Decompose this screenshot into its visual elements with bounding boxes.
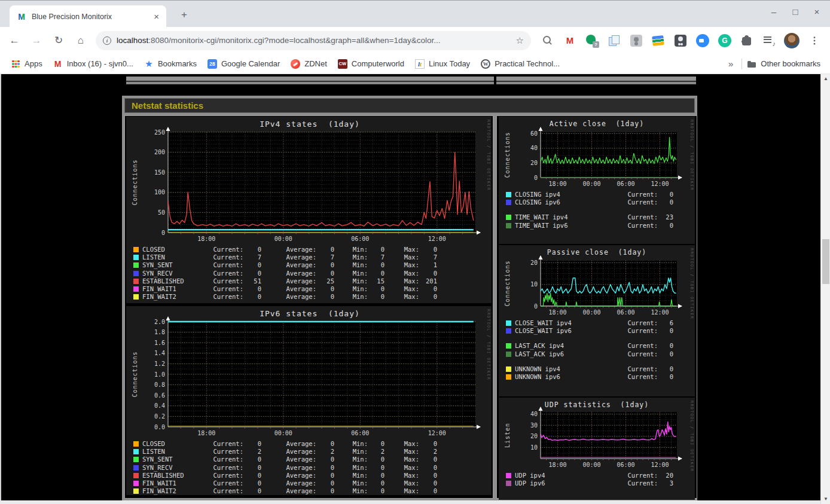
bookmark-item-calendar[interactable]: 28Google Calendar [208, 59, 280, 69]
home-button[interactable]: ⌂ [73, 35, 89, 47]
legend-key: Current: [208, 246, 243, 253]
bookmark-label: Apps [25, 59, 42, 68]
legend-value: 0 [368, 487, 385, 495]
tab-close-icon[interactable]: × [151, 11, 161, 22]
scrollbar-thumb[interactable] [822, 239, 829, 284]
apps-icon [11, 59, 20, 69]
bookmark-item-wordpress[interactable]: WPractical Technol... [481, 59, 560, 69]
legend-key: Min: [334, 261, 368, 269]
legend-value: 0 [243, 479, 261, 487]
legend-row: SYN_RECVCurrent:0Average:0Min:0Max:0 [133, 270, 492, 277]
legend-value: 0 [658, 342, 673, 350]
minimize-button[interactable]: – [769, 7, 779, 17]
legend-color-swatch [506, 352, 511, 357]
scroll-up-arrow-icon[interactable]: ▲ [821, 74, 830, 84]
legend-color-swatch [133, 457, 139, 462]
legend-value: 0 [243, 246, 261, 253]
legend-value: 0 [243, 472, 261, 479]
legend-key: Min: [334, 246, 368, 253]
maximize-button[interactable]: □ [791, 7, 800, 17]
grammarly-icon[interactable]: G [718, 33, 732, 48]
legend-key: Current: [604, 472, 658, 479]
window-bottom-edge [0, 500, 820, 504]
svg-text:0.8: 0.8 [154, 381, 165, 388]
legend-row: CLOSEDCurrent:0Average:0Min:0Max:0 [133, 246, 492, 253]
close-button[interactable]: × [812, 7, 822, 17]
legend-value: 0 [316, 285, 334, 293]
address-bar[interactable]: i localhost:8080/monitorix-cgi/monitorix… [96, 31, 531, 50]
menu-icon[interactable]: ⋮ [807, 33, 822, 48]
legend-row: CLOSING ipv4Current:0 [506, 191, 695, 198]
zoom-icon[interactable] [695, 33, 710, 48]
legend-color-swatch [506, 374, 511, 380]
legend-key: Average: [261, 253, 316, 261]
chart-legend-passive: CLOSE_WAIT ipv4Current:6CLOSE_WAIT ipv6C… [499, 319, 695, 381]
legend-key: Average: [261, 261, 316, 269]
netstat-section: Netstat statistics IPv4 states (1day)Con… [122, 96, 697, 501]
vertical-scrollbar[interactable]: ▲ ▼ [820, 74, 830, 504]
legend-key: Max: [385, 261, 419, 269]
browser-tab[interactable]: M M Blue Precision Monitorix × [10, 5, 166, 28]
scroll-down-arrow-icon[interactable]: ▼ [821, 494, 830, 504]
legend-value: 23 [658, 213, 673, 221]
linuxtoday-icon: lt [415, 59, 425, 69]
chart-legend-ipv6: CLOSEDCurrent:0Average:0Min:0Max:0LISTEN… [126, 440, 492, 495]
bookmark-item-zdnet[interactable]: ZDNet [291, 59, 327, 69]
legend-row: UDP ipv4Current:20 [506, 472, 695, 479]
playlist-icon[interactable]: ♪ [762, 33, 776, 48]
reload-button[interactable]: ↻ [51, 34, 66, 47]
legend-row: FIN_WAIT2Current:0Average:0Min:0Max:0 [133, 293, 492, 301]
legend-key: Max: [385, 448, 419, 456]
legend-color-swatch [506, 223, 511, 228]
legend-label: FIN_WAIT2 [142, 293, 208, 301]
page-info-icon[interactable]: i [103, 36, 111, 45]
forward-button[interactable]: → [29, 35, 44, 47]
url-text[interactable]: localhost:8080/monitorix-cgi/monitorix.c… [117, 36, 516, 45]
legend-value: 0 [658, 365, 673, 373]
gmail-glyph: M [566, 35, 574, 45]
notes-icon[interactable] [673, 33, 688, 48]
legend-color-swatch [133, 279, 139, 284]
legend-row: ESTABLISHEDCurrent:0Average:0Min:0Max:0 [133, 472, 492, 479]
gmail-icon[interactable]: M [563, 33, 577, 48]
puzzle-icon[interactable] [740, 33, 754, 48]
browser-toolbar: ← → ↻ ⌂ i localhost:8080/monitorix-cgi/m… [0, 27, 830, 54]
avatar-icon[interactable] [784, 33, 800, 48]
legend-value: 0 [243, 440, 261, 448]
other-bookmarks-button[interactable]: Other bookmarks [747, 59, 820, 69]
legend-key: Average: [261, 472, 316, 479]
contact-icon[interactable] [629, 33, 643, 48]
chart-legend-active: CLOSING ipv4Current:0CLOSING ipv6Current… [499, 191, 695, 230]
bookmarks-overflow-chevron[interactable]: » [725, 59, 737, 69]
rrdtool-watermark: RRDTOOL / TOBI OETIKER [486, 309, 491, 380]
bookmark-item-star[interactable]: ★Bookmarks [144, 59, 197, 69]
legend-key: Average: [261, 464, 316, 472]
svg-text:2.0: 2.0 [154, 319, 165, 325]
other-bookmarks-label: Other bookmarks [761, 59, 820, 68]
new-tab-button[interactable]: + [177, 9, 191, 21]
svg-text:60: 60 [530, 130, 538, 137]
legend-label: SYN_RECV [142, 270, 208, 277]
books-icon[interactable] [651, 33, 666, 48]
bookmark-item-linuxtoday[interactable]: ltLinux Today [415, 59, 470, 69]
tab-title: Blue Precision Monitorix [32, 13, 151, 21]
search-icon[interactable] [541, 33, 555, 48]
back-button[interactable]: ← [7, 35, 22, 47]
legend-value: 7 [316, 253, 334, 261]
bookmark-item-cw[interactable]: CWComputerworld [338, 59, 404, 69]
bookmark-item-gmail[interactable]: MInbox (16) - sjvn0... [53, 59, 133, 69]
legend-value: 2 [368, 448, 385, 456]
copy-icon[interactable] [607, 33, 621, 48]
bookmark-star-icon[interactable]: ☆ [516, 35, 524, 46]
svg-text:12:00: 12:00 [651, 309, 669, 316]
svg-text:1.0: 1.0 [154, 371, 165, 378]
hangouts-icon[interactable]: ? [585, 33, 599, 48]
legend-label: FIN_WAIT1 [142, 479, 208, 487]
legend-value: 0 [419, 285, 437, 293]
svg-text:250: 250 [154, 129, 165, 136]
legend-value: 0 [316, 246, 334, 253]
legend-value: 0 [316, 487, 334, 495]
rrdtool-watermark: RRDTOOL / TOBI OETIKER [689, 120, 694, 191]
legend-value: 15 [368, 277, 385, 285]
bookmark-item-apps[interactable]: Apps [11, 59, 42, 69]
